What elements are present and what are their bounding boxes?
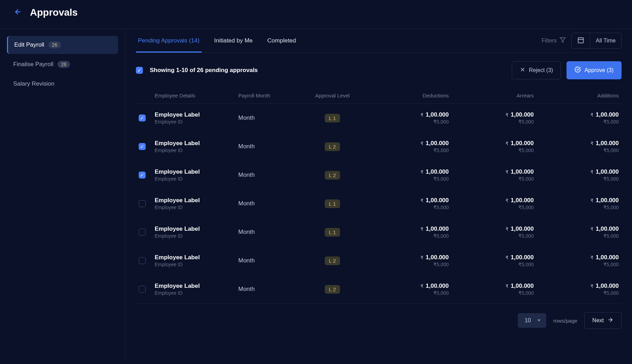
tab-2[interactable]: Completed: [265, 29, 298, 53]
close-icon: [520, 67, 525, 74]
pagination: 10 rows/page Next: [136, 303, 622, 337]
action-row: ✓ Showing 1-10 of 26 pending approvals R…: [136, 53, 622, 88]
header: Approvals: [0, 0, 632, 29]
money-cell: ₹ 1,00.000₹5,000: [364, 197, 449, 210]
approval-level-badge: L 1: [325, 228, 340, 237]
money-cell: ₹ 1,00.000₹5,000: [449, 111, 534, 125]
money-cell: ₹ 1,00.000₹5,000: [534, 140, 619, 153]
approve-button[interactable]: Approve (3): [567, 61, 622, 79]
employee-label: Employee Label: [155, 111, 238, 118]
row-checkbox[interactable]: ✓: [139, 172, 146, 179]
tab-1[interactable]: Initiated by Me: [212, 29, 255, 53]
reject-button[interactable]: Reject (3): [512, 61, 561, 79]
employee-label: Employee Label: [155, 197, 238, 204]
money-cell: ₹ 1,00.000₹5,000: [364, 168, 449, 182]
approval-level-badge: L 1: [325, 114, 340, 122]
date-range-label: All Time: [596, 38, 616, 44]
employee-label: Employee Label: [155, 140, 238, 147]
money-cell: ₹ 1,00.000₹5,000: [449, 168, 534, 182]
employee-id: Employee ID: [155, 233, 238, 239]
col-month: Payroll Month: [238, 93, 301, 98]
table-header: Employee Details Payroll Month Approval …: [136, 88, 622, 104]
employee-label: Employee Label: [155, 254, 238, 261]
sidebar-item-label: Finalise Payroll: [13, 61, 53, 68]
tabs: Pending Approvals (14)Initiated by MeCom…: [136, 29, 298, 53]
toolbar: Filters All Time: [542, 33, 622, 49]
payroll-month: Month: [238, 286, 301, 293]
payroll-month: Month: [238, 172, 301, 179]
money-cell: ₹ 1,00.000₹5,000: [534, 168, 619, 182]
date-range-button[interactable]: All Time: [590, 33, 621, 48]
date-filter: All Time: [571, 33, 622, 49]
approval-level-badge: L 2: [325, 171, 340, 180]
sidebar-item-2[interactable]: Salary Revision: [7, 75, 118, 93]
money-cell: ₹ 1,00.000₹5,000: [449, 140, 534, 153]
row-checkbox[interactable]: ✓: [139, 114, 146, 121]
employee-id: Employee ID: [155, 290, 238, 296]
select-all-checkbox[interactable]: ✓: [136, 67, 143, 74]
employee-id: Employee ID: [155, 205, 238, 210]
filters-label: Filters: [542, 38, 557, 44]
page-title: Approvals: [30, 7, 78, 18]
employee-label: Employee Label: [155, 168, 238, 175]
approval-level-badge: L 2: [325, 256, 340, 265]
col-deductions: Deductions: [364, 93, 449, 98]
sidebar-item-1[interactable]: Finalise Payroll26: [7, 55, 118, 73]
money-cell: ₹ 1,00.000₹5,000: [364, 283, 449, 296]
table-row: Employee LabelEmployee IDMonthL 2₹ 1,00.…: [136, 246, 622, 275]
approvals-table: Employee Details Payroll Month Approval …: [136, 88, 622, 303]
approval-level-badge: L 2: [325, 285, 340, 294]
money-cell: ₹ 1,00.000₹5,000: [449, 225, 534, 239]
row-checkbox[interactable]: [139, 257, 146, 264]
money-cell: ₹ 1,00.000₹5,000: [534, 111, 619, 125]
money-cell: ₹ 1,00.000₹5,000: [449, 254, 534, 267]
row-checkbox[interactable]: [139, 200, 146, 207]
tabs-row: Pending Approvals (14)Initiated by MeCom…: [136, 29, 622, 53]
employee-id: Employee ID: [155, 148, 238, 153]
money-cell: ₹ 1,00.000₹5,000: [534, 254, 619, 267]
payroll-month: Month: [238, 257, 301, 264]
money-cell: ₹ 1,00.000₹5,000: [534, 225, 619, 239]
sidebar-item-0[interactable]: Edit Payroll26: [7, 36, 118, 54]
svg-rect-2: [578, 38, 584, 43]
approval-level-badge: L 1: [325, 199, 340, 208]
sidebar-item-badge: 26: [48, 41, 61, 48]
page-size-value: 10: [525, 317, 531, 323]
next-label: Next: [592, 317, 604, 324]
employee-label: Employee Label: [155, 225, 238, 232]
col-employee: Employee Details: [155, 93, 238, 98]
table-row: Employee LabelEmployee IDMonthL 1₹ 1,00.…: [136, 189, 622, 218]
next-button[interactable]: Next: [584, 312, 622, 329]
calendar-icon: [577, 37, 584, 45]
col-additions: Additions: [534, 93, 619, 98]
summary-text: Showing 1-10 of 26 pending approvals: [150, 67, 258, 74]
sidebar-item-badge: 26: [57, 61, 70, 68]
row-checkbox[interactable]: ✓: [139, 143, 146, 150]
employee-label: Employee Label: [155, 283, 238, 290]
back-arrow-icon[interactable]: [14, 8, 22, 17]
row-checkbox[interactable]: [139, 229, 146, 236]
table-row: ✓Employee LabelEmployee IDMonthL 2₹ 1,00…: [136, 161, 622, 189]
money-cell: ₹ 1,00.000₹5,000: [449, 283, 534, 296]
money-cell: ₹ 1,00.000₹5,000: [364, 140, 449, 153]
calendar-button[interactable]: [572, 33, 590, 48]
payroll-month: Month: [238, 143, 301, 150]
check-circle-icon: [575, 66, 581, 74]
money-cell: ₹ 1,00.000₹5,000: [364, 254, 449, 267]
tab-0[interactable]: Pending Approvals (14): [136, 29, 202, 53]
table-row: ✓Employee LabelEmployee IDMonthL 2₹ 1,00…: [136, 132, 622, 161]
rows-per-page-label: rows/page: [553, 318, 577, 324]
reject-label: Reject (3): [529, 67, 553, 73]
money-cell: ₹ 1,00.000₹5,000: [364, 225, 449, 239]
sidebar-item-label: Edit Payroll: [14, 41, 44, 48]
svg-marker-1: [560, 38, 565, 42]
money-cell: ₹ 1,00.000₹5,000: [534, 197, 619, 210]
page-size-select[interactable]: 10: [518, 313, 546, 328]
money-cell: ₹ 1,00.000₹5,000: [364, 111, 449, 125]
arrow-right-icon: [607, 317, 614, 324]
approval-level-badge: L 2: [325, 142, 340, 151]
row-checkbox[interactable]: [139, 286, 146, 293]
sidebar-item-label: Salary Revision: [13, 80, 54, 87]
filters-button[interactable]: Filters: [542, 37, 566, 45]
col-level: Approval Level: [301, 93, 364, 98]
